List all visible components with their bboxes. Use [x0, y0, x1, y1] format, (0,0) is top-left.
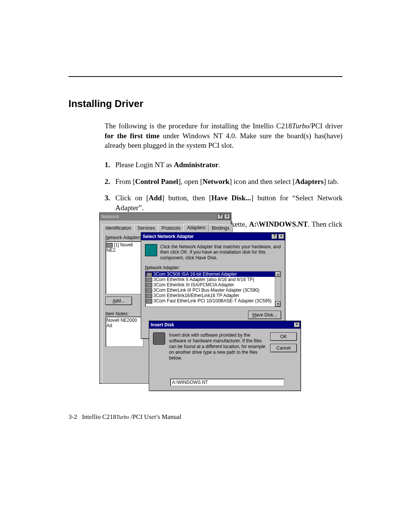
page-number: 3-2: [68, 413, 77, 420]
disk-icon: [153, 332, 165, 345]
manual-title: Intellio C218Turbo /PCI User's Manual: [82, 413, 181, 420]
tab-protocols[interactable]: Protocols: [158, 225, 184, 233]
page-footer: 3-2 Intellio C218Turbo /PCI User's Manua…: [68, 413, 182, 421]
tabs-row: Identification Services Protocols Adapte…: [102, 224, 229, 232]
adapter-icon: [146, 278, 152, 282]
select-instruction: Click the Network Adapter that matches y…: [160, 244, 281, 260]
network-titlebar[interactable]: Network ? ×: [100, 213, 231, 220]
list-item[interactable]: 3Com Etherlink II Adapter (also II/16 an…: [145, 277, 275, 282]
scroll-down-button[interactable]: ▾: [275, 301, 280, 307]
insert-disk-window: Insert Disk × Insert disk with software …: [149, 321, 301, 391]
intro-paragraph: The following is the procedure for insta…: [105, 121, 342, 150]
have-disk-button[interactable]: Have Disk...: [248, 311, 281, 319]
adapter-listbox[interactable]: 3Com 3C508 ISA 16-bit Ethernet Adapter 3…: [145, 271, 281, 307]
list-item[interactable]: 3Com Fast EtherLink PCI 10/100BASE-T Ada…: [145, 298, 275, 304]
adapter-icon: [146, 294, 152, 298]
adapter-icon: [107, 243, 113, 248]
insert-titlebar[interactable]: Insert Disk ×: [149, 321, 301, 329]
list-item[interactable]: 3Com 3C508 ISA 16-bit Ethernet Adapter: [145, 272, 275, 277]
step-number: 3.: [105, 193, 115, 212]
tab-identification[interactable]: Identification: [102, 225, 134, 233]
close-button[interactable]: ×: [294, 322, 300, 328]
close-button[interactable]: ×: [278, 234, 284, 239]
step-number: 2.: [105, 177, 115, 187]
tab-bindings[interactable]: Bindings: [208, 225, 233, 233]
scroll-up-button[interactable]: ▴: [275, 272, 280, 277]
item-notes-box: Novell NE2000 Ad: [105, 316, 143, 347]
cancel-button[interactable]: Cancel: [270, 344, 297, 352]
adapter-large-icon: [145, 244, 157, 256]
network-adapter-list-label: Network Adapter:: [145, 265, 281, 270]
step-1: 1. Please Login NT as Administrator.: [105, 160, 342, 170]
insert-message: Insert disk with software provided by th…: [169, 332, 266, 361]
step-number: 1.: [105, 160, 115, 170]
network-title: Network: [101, 214, 217, 219]
list-item[interactable]: 3Com Etherlink16/EtherLink16 TP Adapter: [145, 293, 275, 298]
section-heading: Installing Driver: [68, 98, 342, 110]
select-titlebar[interactable]: Select Network Adapter ? ×: [141, 233, 285, 240]
network-adapters-list[interactable]: [1] Novell NE2: [105, 241, 143, 294]
step-3: 3. Click on [Add] button, then [Have Dis…: [105, 193, 342, 212]
step-2: 2. From [Control Panel], open [Network] …: [105, 177, 342, 187]
adapter-icon: [146, 299, 152, 304]
list-item[interactable]: 3Com EtherLink III PCI Bus-Master Adapte…: [145, 288, 275, 293]
adapter-icon: [146, 283, 152, 288]
path-input[interactable]: [170, 379, 284, 386]
list-item[interactable]: [1] Novell NE2: [107, 242, 142, 253]
list-item[interactable]: 3Com Etherlink III ISA/PCMCIA Adapter: [145, 282, 275, 288]
adapter-icon: [146, 272, 152, 277]
scrollbar[interactable]: ▴ ▾: [275, 272, 281, 307]
help-button[interactable]: ?: [217, 214, 223, 219]
close-button[interactable]: ×: [224, 214, 230, 219]
tab-services[interactable]: Services: [134, 225, 158, 233]
select-title: Select Network Adapter: [143, 234, 271, 239]
adapter-icon: [146, 288, 152, 293]
add-button[interactable]: Add...: [105, 297, 132, 305]
divider: [68, 76, 342, 77]
help-button[interactable]: ?: [271, 234, 277, 239]
tab-adapters[interactable]: Adapters: [183, 224, 209, 232]
ok-button[interactable]: OK: [270, 332, 297, 341]
insert-title: Insert Disk: [151, 322, 293, 328]
